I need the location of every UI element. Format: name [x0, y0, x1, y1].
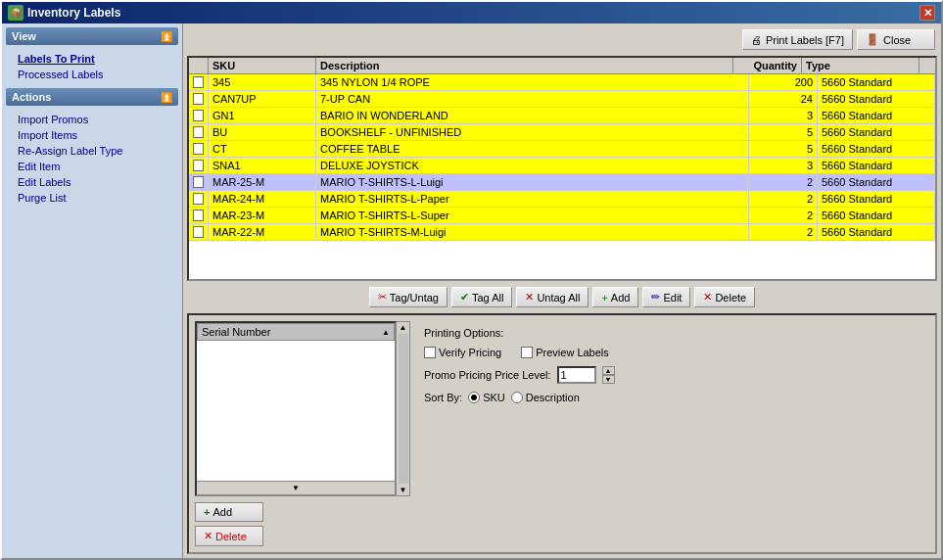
table-row[interactable]: 345 345 NYLON 1/4 ROPE 200 5660 Standard: [189, 74, 935, 91]
serial-list[interactable]: [197, 341, 395, 481]
row-quantity: 200: [749, 74, 818, 90]
serial-delete-button[interactable]: ✕ Delete: [195, 526, 263, 546]
verify-pricing-checkbox[interactable]: [424, 347, 436, 358]
row-checkbox[interactable]: [193, 210, 204, 221]
row-quantity: 5: [749, 141, 818, 157]
serial-panel: Serial Number ▲ ▼ ▲: [195, 321, 410, 546]
row-checkbox[interactable]: [193, 93, 204, 105]
untag-all-button[interactable]: ✕ Untag All: [516, 287, 589, 307]
row-checkbox-cell[interactable]: [189, 74, 209, 90]
promo-row: Promo Pricing Price Level: 1 ▲ ▼: [424, 366, 923, 384]
header-check: [189, 58, 209, 73]
row-checkbox-cell[interactable]: [189, 174, 209, 190]
row-checkbox-cell[interactable]: [189, 224, 209, 240]
row-checkbox-cell[interactable]: [189, 208, 209, 223]
row-checkbox-cell[interactable]: [189, 158, 209, 173]
row-sku: MAR-23-M: [209, 208, 316, 223]
row-checkbox[interactable]: [193, 176, 204, 188]
row-type: 5660 Standard: [818, 74, 935, 90]
table-row[interactable]: CAN7UP 7-UP CAN 24 5660 Standard: [189, 91, 935, 108]
row-type: 5660 Standard: [818, 141, 935, 157]
sort-sku-radio[interactable]: [468, 392, 480, 403]
tag-untag-button[interactable]: ✂ Tag/Untag: [369, 287, 448, 307]
row-checkbox-cell[interactable]: [189, 191, 209, 207]
sidebar-item-labels-to-print[interactable]: Labels To Print: [10, 51, 174, 67]
serial-scroll-up[interactable]: ▲: [399, 322, 408, 333]
sort-description-label: Description: [526, 392, 580, 403]
sort-by-label: Sort By:: [424, 392, 462, 403]
row-checkbox-cell[interactable]: [189, 124, 209, 140]
lower-section: Serial Number ▲ ▼ ▲: [187, 313, 937, 554]
table-row[interactable]: CT COFFEE TABLE 5 5660 Standard: [189, 141, 935, 158]
edit-icon: ✏: [651, 291, 660, 303]
serial-btn-panel: + Add ✕ Delete: [195, 500, 410, 546]
row-sku: 345: [209, 74, 316, 90]
sidebar-item-processed-labels[interactable]: Processed Labels: [10, 67, 174, 82]
table-row[interactable]: GN1 BARIO IN WONDERLAND 3 5660 Standard: [189, 108, 935, 124]
sort-description-option: Description: [511, 392, 580, 403]
row-checkbox[interactable]: [193, 226, 204, 238]
spinner-down[interactable]: ▼: [602, 375, 615, 384]
row-checkbox[interactable]: [193, 143, 204, 155]
row-description: COFFEE TABLE: [316, 141, 749, 157]
table-row[interactable]: MAR-22-M MARIO T-SHIRTS-M-Luigi 2 5660 S…: [189, 224, 935, 241]
table-row[interactable]: MAR-24-M MARIO T-SHIRTS-L-Paper 2 5660 S…: [189, 191, 935, 208]
row-checkbox[interactable]: [193, 76, 204, 88]
sidebar-item-import-items[interactable]: Import Items: [10, 127, 174, 143]
serial-header-label: Serial Number: [202, 326, 270, 338]
close-label: Close: [883, 34, 911, 46]
printing-panel: Printing Options: Verify Pricing Preview…: [418, 321, 929, 546]
window-close-button[interactable]: ✕: [919, 5, 935, 21]
table-body[interactable]: 345 345 NYLON 1/4 ROPE 200 5660 Standard…: [189, 74, 935, 279]
serial-scrollbar[interactable]: ▲ ▼: [397, 321, 410, 496]
serial-scroll-down-icon[interactable]: ▼: [292, 484, 300, 492]
sidebar-item-edit-item[interactable]: Edit Item: [10, 159, 174, 174]
spinner-arrows[interactable]: ▲ ▼: [602, 366, 615, 384]
table-row[interactable]: SNA1 DELUXE JOYSTICK 3 5660 Standard: [189, 158, 935, 174]
row-checkbox-cell[interactable]: [189, 108, 209, 123]
row-type: 5660 Standard: [818, 108, 935, 123]
sidebar-item-purge-list[interactable]: Purge List: [10, 190, 174, 206]
row-checkbox[interactable]: [193, 126, 204, 138]
row-type: 5660 Standard: [818, 191, 935, 207]
serial-add-button[interactable]: + Add: [195, 502, 263, 522]
sidebar-item-edit-labels[interactable]: Edit Labels: [10, 174, 174, 190]
row-type: 5660 Standard: [818, 224, 935, 240]
row-sku: BU: [209, 124, 316, 140]
table-row[interactable]: MAR-25-M MARIO T-SHIRTS-L-Luigi 2 5660 S…: [189, 174, 935, 191]
serial-scroll-down[interactable]: ▼: [399, 485, 408, 495]
preview-labels-checkbox[interactable]: [521, 347, 533, 358]
row-checkbox[interactable]: [193, 160, 204, 171]
promo-pricing-spinner[interactable]: 1: [557, 366, 596, 384]
close-button[interactable]: 🚪 Close: [857, 29, 935, 50]
actions-collapse-icon[interactable]: ⏫: [161, 92, 172, 103]
sort-row: Sort By: SKU Description: [424, 392, 923, 403]
tag-all-button[interactable]: ✔ Tag All: [451, 287, 512, 307]
promo-value: 1: [561, 369, 567, 381]
serial-header: Serial Number ▲: [197, 323, 395, 341]
add-button[interactable]: + Add: [592, 287, 638, 307]
row-checkbox-cell[interactable]: [189, 91, 209, 107]
untag-all-label: Untag All: [537, 292, 580, 303]
sort-description-radio[interactable]: [511, 392, 523, 403]
row-checkbox-cell[interactable]: [189, 141, 209, 157]
preview-labels-label: Preview Labels: [536, 347, 609, 358]
main-window: 📦 Inventory Labels ✕ View ⏫ Labels To Pr…: [0, 0, 943, 560]
view-section-header: View ⏫: [6, 27, 178, 45]
view-collapse-icon[interactable]: ⏫: [161, 31, 172, 42]
serial-up-icon: ▲: [382, 328, 390, 337]
print-labels-button[interactable]: 🖨 Print Labels [F7]: [742, 29, 853, 50]
row-sku: SNA1: [209, 158, 316, 173]
delete-button[interactable]: ✕ Delete: [694, 287, 755, 307]
sidebar-item-import-promos[interactable]: Import Promos: [10, 112, 174, 127]
row-checkbox[interactable]: [193, 110, 204, 121]
spinner-up[interactable]: ▲: [602, 366, 615, 375]
serial-add-label: Add: [212, 506, 232, 518]
row-checkbox[interactable]: [193, 193, 204, 205]
edit-button[interactable]: ✏ Edit: [642, 287, 690, 307]
row-type: 5660 Standard: [818, 158, 935, 173]
table-row[interactable]: MAR-23-M MARIO T-SHIRTS-L-Super 2 5660 S…: [189, 208, 935, 224]
table-row[interactable]: BU BOOKSHELF - UNFINISHED 5 5660 Standar…: [189, 124, 935, 141]
header-quantity: Quantity: [733, 58, 802, 73]
sidebar-item-reassign-label[interactable]: Re-Assign Label Type: [10, 143, 174, 159]
